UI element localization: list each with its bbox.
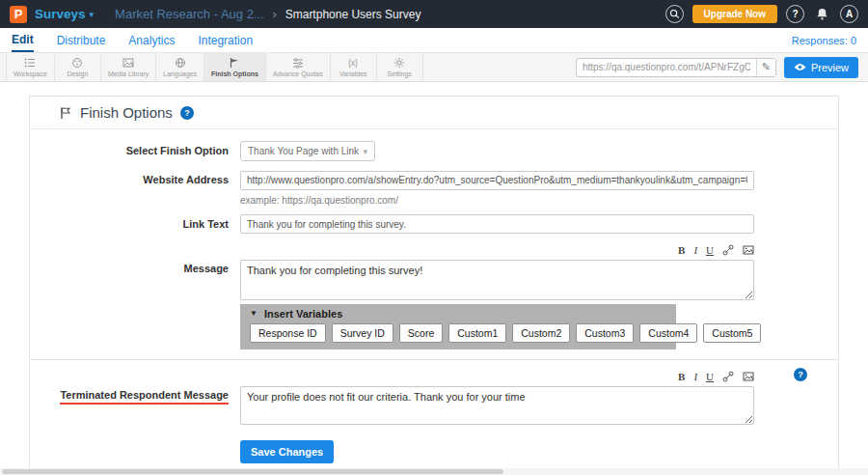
toolbar-item-label: Finish Options bbox=[211, 70, 258, 77]
toolbar-item-media-library[interactable]: Media Library bbox=[101, 53, 156, 81]
variable-button-response-id[interactable]: Response ID bbox=[250, 323, 326, 343]
website-address-row: Website Address example: https://qa.ques… bbox=[30, 170, 838, 206]
website-address-label: Website Address bbox=[30, 170, 240, 206]
underline-button[interactable]: U bbox=[706, 244, 714, 256]
toolbar-item-variables[interactable]: {x} Variables bbox=[331, 53, 377, 81]
tab-edit[interactable]: Edit bbox=[12, 28, 34, 52]
panel-caret-icon: ▼ bbox=[250, 309, 258, 318]
bold-button[interactable]: B bbox=[678, 244, 685, 256]
variable-button-score[interactable]: Score bbox=[399, 323, 443, 343]
avatar[interactable]: A bbox=[840, 5, 858, 23]
link-icon[interactable] bbox=[722, 244, 734, 256]
website-address-hint: example: https://qa.questionpro.com/ bbox=[240, 195, 838, 206]
question-icon: ? bbox=[184, 108, 190, 118]
edit-toolbar: Workspace Design Media Library Languages… bbox=[0, 53, 868, 82]
design-icon bbox=[71, 57, 83, 69]
flag-icon bbox=[59, 106, 72, 120]
header-actions: Upgrade Now ? A bbox=[665, 5, 858, 23]
message-textarea[interactable]: Thank you for completing this survey! bbox=[240, 260, 754, 300]
tab-integration[interactable]: Integration bbox=[198, 28, 253, 52]
terminated-message-row: Terminated Respondent Message B I U bbox=[30, 370, 838, 463]
message-row: Message B I U bbox=[30, 243, 838, 349]
variable-button-custom5[interactable]: Custom5 bbox=[703, 323, 761, 343]
italic-button[interactable]: I bbox=[693, 244, 697, 256]
toolbar-item-label: Media Library bbox=[108, 70, 149, 77]
question-icon: ? bbox=[798, 370, 803, 379]
toolbar-item-label: Settings bbox=[388, 70, 412, 77]
toolbar-item-workspace[interactable]: Workspace bbox=[6, 53, 55, 81]
website-address-input[interactable] bbox=[240, 171, 754, 190]
variable-button-custom3[interactable]: Custom3 bbox=[576, 323, 634, 343]
preview-label: Preview bbox=[811, 62, 849, 73]
breadcrumb-folder[interactable]: Market Research - Aug 2... bbox=[115, 7, 264, 21]
terminated-message-textarea[interactable]: Your profile does not fit our criteria. … bbox=[240, 386, 754, 425]
notifications-button[interactable] bbox=[813, 5, 831, 23]
underline-button[interactable]: U bbox=[706, 371, 714, 382]
survey-url-input[interactable] bbox=[577, 62, 756, 72]
image-icon[interactable] bbox=[743, 371, 754, 382]
eye-icon bbox=[794, 63, 806, 71]
page-help-button[interactable]: ? bbox=[180, 106, 194, 120]
insert-variables-title: Insert Variables bbox=[264, 308, 342, 320]
toolbar-item-label: Advance Quotas bbox=[273, 70, 323, 77]
toolbar-item-label: Workspace bbox=[14, 70, 47, 77]
tab-analytics[interactable]: Analytics bbox=[128, 28, 175, 52]
save-changes-button[interactable]: Save Changes bbox=[240, 440, 334, 463]
finish-options-card: Finish Options ? Select Finish Option Th… bbox=[29, 96, 839, 475]
scrollbar-thumb[interactable] bbox=[2, 469, 503, 474]
help-button[interactable]: ? bbox=[786, 5, 804, 23]
message-label: Message bbox=[30, 243, 240, 349]
avatar-letter: A bbox=[846, 9, 853, 19]
link-icon[interactable] bbox=[722, 371, 734, 382]
variable-button-custom1[interactable]: Custom1 bbox=[448, 323, 506, 343]
chevron-down-icon[interactable]: ▾ bbox=[90, 10, 95, 19]
questionpro-logo[interactable]: P bbox=[10, 6, 27, 23]
terminated-editor-toolbar: B I U bbox=[240, 370, 754, 383]
survey-url-box: ✎ bbox=[576, 58, 776, 77]
breadcrumb-survey-name: Smartphone Users Survey bbox=[285, 8, 421, 21]
edit-url-button[interactable]: ✎ bbox=[756, 59, 775, 76]
toolbar-item-settings[interactable]: Settings bbox=[377, 53, 423, 81]
upgrade-now-button[interactable]: Upgrade Now bbox=[692, 5, 777, 23]
italic-button[interactable]: I bbox=[693, 371, 697, 382]
preview-button[interactable]: Preview bbox=[784, 57, 858, 78]
image-icon[interactable] bbox=[743, 244, 754, 256]
insert-variables-header[interactable]: ▼ Insert Variables bbox=[240, 304, 676, 321]
terminated-message-label-wrap: Terminated Respondent Message bbox=[30, 370, 240, 463]
help-icon: ? bbox=[792, 9, 798, 19]
select-caret-icon: ▾ bbox=[363, 147, 367, 156]
toolbar-item-languages[interactable]: Languages bbox=[156, 53, 204, 81]
variable-button-survey-id[interactable]: Survey ID bbox=[332, 323, 393, 343]
responses-count-link[interactable]: Responses: 0 bbox=[792, 35, 856, 46]
breadcrumb: Market Research - Aug 2... › Smartphone … bbox=[115, 7, 420, 21]
finish-options-icon bbox=[229, 57, 240, 69]
toolbar-item-label: Languages bbox=[163, 70, 197, 77]
terminated-help-button[interactable]: ? bbox=[794, 368, 807, 381]
variable-button-custom2[interactable]: Custom2 bbox=[512, 323, 570, 343]
main-content: Finish Options ? Select Finish Option Th… bbox=[0, 82, 868, 475]
finish-option-select[interactable]: Thank You Page with Link ▾ bbox=[240, 141, 375, 161]
card-header: Finish Options ? bbox=[30, 97, 838, 129]
breadcrumb-chevron-icon: › bbox=[273, 8, 277, 21]
svg-text:{x}: {x} bbox=[348, 58, 358, 68]
terminated-message-label: Terminated Respondent Message bbox=[60, 389, 229, 405]
finish-options-form: Select Finish Option Thank You Page with… bbox=[30, 129, 838, 463]
horizontal-scrollbar[interactable] bbox=[0, 468, 868, 475]
finish-option-label: Select Finish Option bbox=[30, 141, 240, 161]
finish-option-selected-value: Thank You Page with Link bbox=[248, 146, 359, 156]
advance-quotas-icon bbox=[292, 57, 304, 69]
insert-variables-panel: ▼ Insert Variables Response ID Survey ID… bbox=[240, 304, 676, 349]
insert-variables-buttons: Response ID Survey ID Score Custom1 Cust… bbox=[240, 321, 676, 349]
section-nav: Edit Distribute Analytics Integration Re… bbox=[0, 28, 868, 53]
bold-button[interactable]: B bbox=[678, 371, 685, 382]
pencil-icon: ✎ bbox=[762, 61, 771, 73]
tab-distribute[interactable]: Distribute bbox=[57, 28, 106, 52]
search-button[interactable] bbox=[665, 5, 684, 23]
link-text-input[interactable] bbox=[240, 214, 754, 234]
variable-button-custom4[interactable]: Custom4 bbox=[639, 323, 697, 343]
surveys-menu[interactable]: Surveys bbox=[35, 7, 86, 21]
languages-icon bbox=[175, 57, 186, 69]
toolbar-item-advance-quotas[interactable]: Advance Quotas bbox=[266, 53, 331, 81]
toolbar-item-finish-options[interactable]: Finish Options bbox=[204, 53, 266, 81]
toolbar-item-design[interactable]: Design bbox=[55, 53, 101, 81]
